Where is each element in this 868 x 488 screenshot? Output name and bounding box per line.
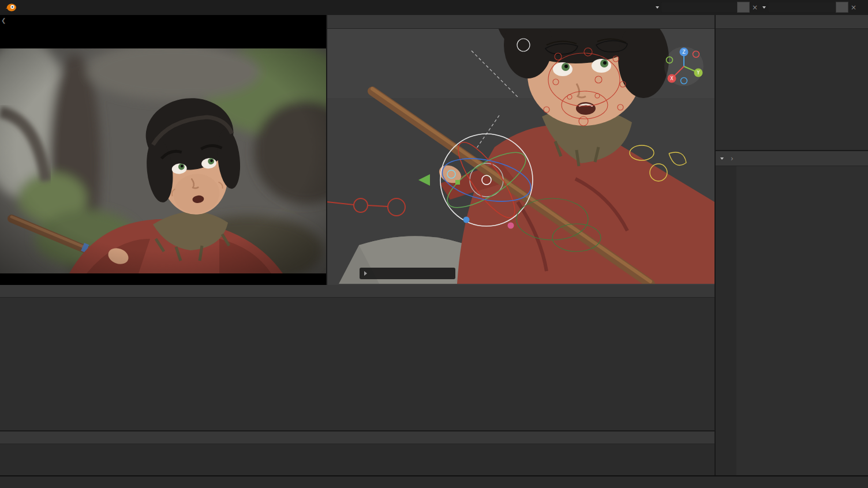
region-collapse-icon[interactable]: ❮	[1, 17, 6, 24]
properties-breadcrumb: ›	[716, 151, 868, 166]
svg-text:X: X	[670, 76, 674, 81]
view-layer-selector[interactable]: ×	[761, 2, 859, 13]
outliner	[716, 15, 868, 151]
properties-tab-column	[716, 166, 736, 475]
axis-navigation-gizmo[interactable]: Z Y X	[664, 46, 704, 87]
camera-render-image	[0, 48, 326, 273]
scene-selector[interactable]: ×	[654, 2, 760, 13]
view-layer-close-icon[interactable]: ×	[848, 3, 859, 12]
topbar: × ×	[0, 0, 868, 15]
status-bar	[0, 475, 868, 488]
camera-preview-viewport[interactable]: ❮	[0, 15, 327, 285]
viewport-scene	[327, 29, 714, 284]
blender-logo-icon[interactable]	[5, 2, 17, 13]
dope-sheet-editor	[0, 285, 716, 430]
blender-window: × × ❮	[0, 0, 868, 488]
svg-text:Z: Z	[682, 50, 686, 55]
viewport-canvas[interactable]: Z Y X	[327, 29, 714, 284]
3d-viewport[interactable]: Z Y X	[327, 15, 716, 285]
view-layer-copy-button[interactable]	[836, 2, 848, 13]
scene-name-field[interactable]	[661, 2, 737, 13]
operator-hint	[360, 268, 455, 279]
scene-close-icon[interactable]: ×	[750, 3, 760, 12]
timeline-editor	[0, 430, 716, 475]
svg-text:Y: Y	[697, 70, 700, 76]
scene-copy-button[interactable]	[737, 2, 750, 13]
view-layer-field[interactable]	[768, 2, 836, 13]
properties-editor: ›	[716, 151, 868, 475]
